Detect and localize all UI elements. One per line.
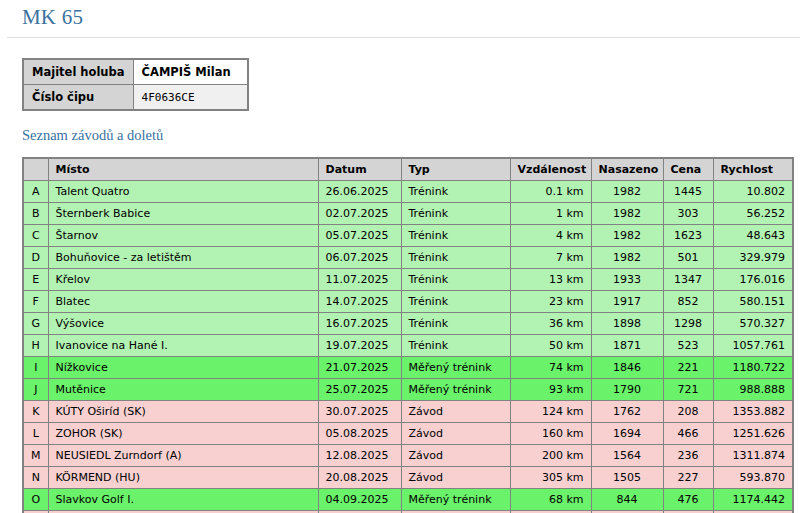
cell-typ: Trénink [401,247,510,269]
cell-rychlost: 1174.442 [713,489,793,511]
cell-rychlost: 56.252 [713,203,793,225]
table-row: EKřelov11.07.2025Trénink13 km19331347176… [23,269,793,291]
cell-misto: Ivanovice na Hané I. [48,335,318,357]
cell-rychlost: 176.016 [713,269,793,291]
cell-letter: H [23,335,48,357]
cell-vzdalenost: 0.1 km [510,181,591,203]
cell-typ: Trénink [401,335,510,357]
table-row: DBohuňovice - za letištěm06.07.2025Tréni… [23,247,793,269]
cell-misto: Mutěnice [48,379,318,401]
cell-letter: K [23,401,48,423]
cell-rychlost: 1311.874 [713,445,793,467]
cell-datum: 20.08.2025 [318,467,401,489]
cell-misto: KÚTY Oširíd (SK) [48,401,318,423]
cell-letter: F [23,291,48,313]
cell-vzdalenost: 74 km [510,357,591,379]
cell-cena: 1347 [663,269,713,291]
races-header-row: MístoDatumTypVzdálenostNasazenoCenaRychl… [23,158,793,181]
owner-value: 4F0636CE [133,85,248,111]
table-row: INížkovice21.07.2025Měřený trénink74 km1… [23,357,793,379]
cell-typ: Trénink [401,269,510,291]
cell-letter: I [23,357,48,379]
owner-value: ČAMPIŠ Milan [133,59,248,85]
cell-typ: Závod [401,467,510,489]
title-divider [7,37,800,38]
cell-rychlost: 1251.626 [713,423,793,445]
cell-cena: 852 [663,291,713,313]
table-row: GVýšovice16.07.2025Trénink36 km189812985… [23,313,793,335]
cell-cena: 1623 [663,225,713,247]
cell-letter: M [23,445,48,467]
cell-typ: Měřený trénink [401,379,510,401]
cell-datum: 02.07.2025 [318,203,401,225]
cell-letter: D [23,247,48,269]
cell-letter: N [23,467,48,489]
table-row: FBlatec14.07.2025Trénink23 km1917852580.… [23,291,793,313]
cell-vzdalenost: 160 km [510,423,591,445]
page-title: MK 65 [22,5,790,30]
table-row: BŠternberk Babice02.07.2025Trénink1 km19… [23,203,793,225]
page-container: MK 65 Majitel holubaČAMPIŠ MilanČíslo či… [0,0,800,513]
cell-cena: 236 [663,445,713,467]
cell-cena: 221 [663,357,713,379]
column-header-cena: Cena [663,158,713,181]
cell-vzdalenost: 4 km [510,225,591,247]
cell-typ: Trénink [401,181,510,203]
cell-vzdalenost: 93 km [510,379,591,401]
cell-cena: 466 [663,423,713,445]
cell-misto: Blatec [48,291,318,313]
cell-datum: 16.07.2025 [318,313,401,335]
cell-vzdalenost: 36 km [510,313,591,335]
cell-misto: NEUSIEDL Zurndorf (A) [48,445,318,467]
cell-nasazeno: 1982 [591,203,663,225]
cell-cena: 721 [663,379,713,401]
cell-misto: Křelov [48,269,318,291]
cell-rychlost: 593.870 [713,467,793,489]
cell-nasazeno: 1564 [591,445,663,467]
cell-datum: 30.07.2025 [318,401,401,423]
cell-letter: C [23,225,48,247]
cell-vzdalenost: 200 km [510,445,591,467]
owner-row: Číslo čipu4F0636CE [23,85,248,111]
cell-datum: 14.07.2025 [318,291,401,313]
owner-label: Majitel holuba [23,59,133,85]
cell-letter: B [23,203,48,225]
cell-misto: Nížkovice [48,357,318,379]
cell-vzdalenost: 1 km [510,203,591,225]
cell-vzdalenost: 305 km [510,467,591,489]
cell-nasazeno: 844 [591,489,663,511]
cell-datum: 21.07.2025 [318,357,401,379]
cell-typ: Trénink [401,313,510,335]
column-header-letter [23,158,48,181]
cell-datum: 04.09.2025 [318,489,401,511]
cell-letter: O [23,489,48,511]
cell-vzdalenost: 68 km [510,489,591,511]
cell-typ: Závod [401,401,510,423]
owner-info-table: Majitel holubaČAMPIŠ MilanČíslo čipu4F06… [22,58,249,111]
cell-typ: Trénink [401,291,510,313]
cell-datum: 05.07.2025 [318,225,401,247]
column-header-nasazeno: Nasazeno [591,158,663,181]
cell-rychlost: 48.643 [713,225,793,247]
cell-nasazeno: 1762 [591,401,663,423]
column-header-vzdalenost: Vzdálenost [510,158,591,181]
cell-letter: G [23,313,48,335]
cell-rychlost: 1057.761 [713,335,793,357]
cell-rychlost: 580.151 [713,291,793,313]
column-header-rychlost: Rychlost [713,158,793,181]
cell-nasazeno: 1982 [591,181,663,203]
cell-cena: 1445 [663,181,713,203]
cell-letter: A [23,181,48,203]
table-row: NKÖRMEND (HU)20.08.2025Závod305 km150522… [23,467,793,489]
cell-vzdalenost: 23 km [510,291,591,313]
cell-misto: Bohuňovice - za letištěm [48,247,318,269]
cell-cena: 227 [663,467,713,489]
cell-nasazeno: 1790 [591,379,663,401]
cell-typ: Trénink [401,203,510,225]
cell-datum: 12.08.2025 [318,445,401,467]
table-row: CŠtarnov05.07.2025Trénink4 km1982162348.… [23,225,793,247]
cell-letter: E [23,269,48,291]
cell-misto: Výšovice [48,313,318,335]
cell-nasazeno: 1982 [591,225,663,247]
column-header-misto: Místo [48,158,318,181]
